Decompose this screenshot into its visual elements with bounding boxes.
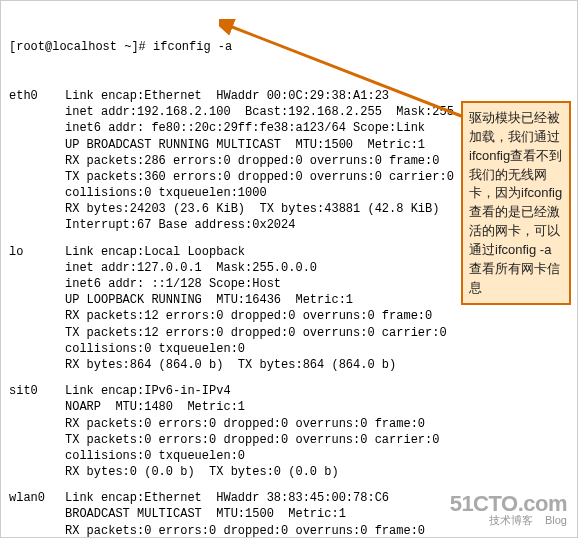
annotation-callout: 驱动模块已经被加载，我们通过ifconfig查看不到我们的无线网卡，因为ifco… [461, 101, 571, 305]
callout-text: 驱动模块已经被加载，我们通过ifconfig查看不到我们的无线网卡，因为ifco… [469, 110, 562, 295]
shell-prompt: [root@localhost ~]# [9, 40, 153, 54]
watermark: 51CTO.com 技术博客 Blog [446, 490, 571, 529]
interface-details: Link encap:Local Loopback inet addr:127.… [65, 244, 447, 374]
prompt-line: [root@localhost ~]# ifconfig -a [9, 39, 569, 55]
interface-name: wlan0 [9, 490, 65, 506]
interface-block: sit0Link encap:IPv6-in-IPv4 NOARP MTU:14… [9, 383, 569, 480]
interface-details: Link encap:Ethernet HWaddr 00:0C:29:38:A… [65, 88, 526, 234]
command-text: ifconfig -a [153, 40, 232, 54]
interface-details: Link encap:Ethernet HWaddr 38:83:45:00:7… [65, 490, 439, 538]
watermark-small: 技术博客 Blog [450, 515, 567, 527]
interface-name: sit0 [9, 383, 65, 399]
watermark-big: 51CTO.com [450, 492, 567, 515]
interface-name: eth0 [9, 88, 65, 104]
interface-name: lo [9, 244, 65, 260]
interface-details: Link encap:IPv6-in-IPv4 NOARP MTU:1480 M… [65, 383, 439, 480]
